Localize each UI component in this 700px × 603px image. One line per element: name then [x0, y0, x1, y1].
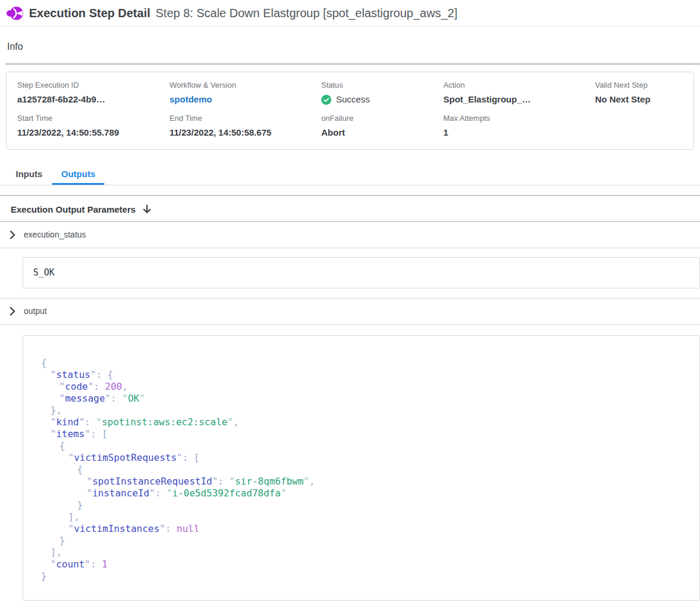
param-name: execution_status — [24, 230, 86, 239]
page-title: Execution Step Detail — [29, 7, 151, 20]
info-card: Step Execution ID a125728f-6b22-4b9… Wor… — [6, 72, 694, 150]
status-text: Success — [336, 94, 370, 105]
code-line: "items": [ — [23, 428, 688, 440]
status-badge: Success — [321, 94, 443, 105]
code-line: "instanceId": "i-0e5d5392fcad78dfa" — [23, 487, 688, 499]
info-field-action: Action Spot_Elastigroup_… — [443, 81, 595, 105]
tab-inputs[interactable]: Inputs — [6, 164, 52, 185]
execution-status-section: S_OK — [0, 248, 700, 299]
code-line: ], — [23, 511, 688, 523]
info-field-step-execution-id: Step Execution ID a125728f-6b22-4b9… — [17, 81, 170, 105]
step-title: Step 8: Scale Down Elastgroup [spot_elas… — [156, 7, 458, 20]
field-label: Status — [321, 81, 443, 90]
field-label: End Time — [170, 114, 321, 123]
info-field-start-time: Start Time 11/23/2022, 14:50:55.789 — [17, 114, 170, 139]
param-name: output — [24, 306, 47, 316]
code-line: ], — [23, 547, 688, 559]
code-line: { — [23, 357, 688, 369]
code-line: "victimInstances": null — [23, 523, 688, 535]
app-logo-icon — [7, 5, 23, 21]
output-parameters-header: Execution Output Parameters — [0, 196, 700, 222]
code-line: "victimSpotRequests": [ — [23, 452, 688, 464]
page-header: Execution Step Detail Step 8: Scale Down… — [0, 0, 700, 27]
down-arrow-icon[interactable] — [143, 204, 151, 214]
code-line: "status": { — [23, 369, 688, 381]
info-field-onfailure: onFailure Abort — [321, 114, 443, 139]
execution-status-value: S_OK — [23, 257, 700, 288]
code-line: "count": 1 — [23, 559, 688, 570]
chevron-right-icon[interactable] — [9, 230, 15, 239]
code-line: } — [23, 499, 688, 511]
code-line: "spotInstanceRequestId": "sir-8qm6fbwm", — [23, 476, 688, 487]
field-label: Start Time — [17, 114, 170, 123]
tab-outputs[interactable]: Outputs — [52, 164, 104, 185]
param-row-execution-status[interactable]: execution_status — [0, 222, 700, 248]
field-value: a125728f-6b22-4b9… — [17, 94, 170, 105]
code-line: } — [23, 535, 688, 547]
divider — [5, 63, 700, 65]
field-value: Spot_Elastigroup_… — [443, 94, 595, 105]
field-label: Action — [443, 81, 595, 90]
info-section-title: Info — [7, 41, 700, 52]
code-line: "code": 200, — [23, 381, 688, 393]
info-field-status: Status Success — [321, 81, 443, 105]
field-value: 11/23/2022, 14:50:58.675 — [170, 127, 321, 139]
info-field-max-attempts: Max Attempts 1 — [443, 114, 595, 139]
code-line: "message": "OK" — [23, 393, 688, 405]
info-field-workflow-version: Workflow & Version spotdemo — [170, 81, 321, 105]
code-line: { — [23, 464, 688, 476]
code-line: { — [23, 440, 688, 452]
param-row-output[interactable]: output — [0, 299, 700, 325]
code-line: "kind": "spotinst:aws:ec2:scale", — [23, 416, 688, 428]
field-label: onFailure — [321, 114, 443, 123]
output-code-block: {"status": {"code": 200,"message": "OK"}… — [23, 335, 700, 601]
field-label: Max Attempts — [443, 114, 595, 123]
info-field-valid-next-step: Valid Next Step No Next Step — [595, 81, 693, 105]
chevron-right-icon[interactable] — [9, 307, 15, 316]
info-field-end-time: End Time 11/23/2022, 14:50:58.675 — [170, 114, 321, 139]
field-label: Step Execution ID — [17, 81, 170, 90]
output-parameters-title: Execution Output Parameters — [11, 204, 136, 214]
field-value: 11/23/2022, 14:50:55.789 — [17, 127, 170, 139]
code-line: }, — [23, 405, 688, 416]
code-line: } — [23, 570, 688, 582]
field-label: Workflow & Version — [170, 81, 321, 90]
workflow-link[interactable]: spotdemo — [170, 94, 321, 105]
success-check-icon — [321, 95, 331, 105]
field-value: No Next Step — [595, 94, 693, 105]
field-value: 1 — [443, 127, 595, 139]
field-value: Abort — [321, 127, 443, 139]
field-label: Valid Next Step — [595, 81, 693, 90]
output-code-section: {"status": {"code": 200,"message": "OK"}… — [0, 325, 700, 601]
tab-bar: Inputs Outputs — [0, 164, 700, 185]
